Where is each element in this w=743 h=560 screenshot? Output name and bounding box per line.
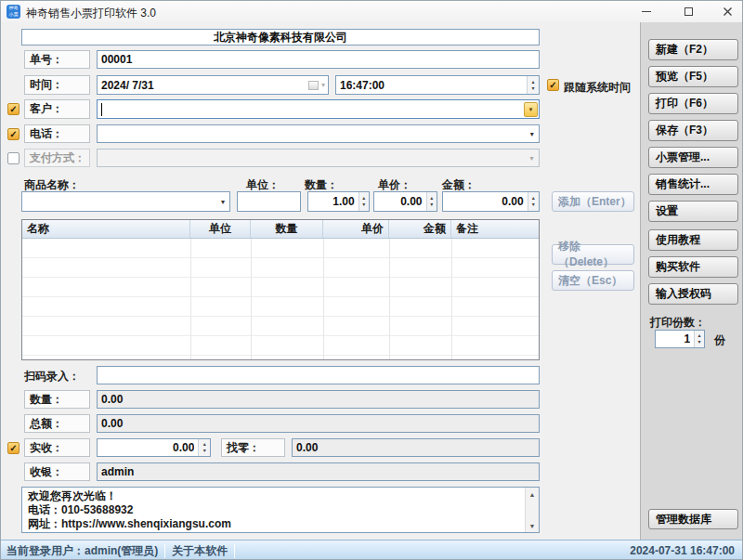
settings-button[interactable]: 设置 bbox=[648, 201, 738, 222]
product-amount-input[interactable] bbox=[443, 195, 528, 208]
welcome-message-box[interactable]: 欢迎您再次光临！ 电话：010-53688932 网址：https://www.… bbox=[21, 487, 540, 533]
product-qty-spinner[interactable]: ▴▾ bbox=[307, 191, 370, 212]
app-icon: 神奇 小票 bbox=[7, 5, 20, 19]
received-input[interactable] bbox=[98, 441, 198, 454]
total-amount-value bbox=[98, 417, 539, 430]
spin-up-icon: ▴ bbox=[531, 79, 534, 85]
amount-spin-buttons[interactable]: ▴▾ bbox=[528, 192, 539, 211]
grid-line bbox=[389, 239, 390, 359]
customer-label: 客户： bbox=[24, 99, 90, 119]
maximize-button[interactable] bbox=[676, 3, 700, 20]
minimize-icon bbox=[642, 11, 651, 12]
minimize-button[interactable] bbox=[634, 3, 658, 20]
scroll-down-icon[interactable]: ▼ bbox=[526, 519, 539, 532]
save-button[interactable]: 保存（F3） bbox=[648, 120, 738, 141]
status-bar: 当前登录用户：admin(管理员) 关于本软件 2024-07-31 16:47… bbox=[1, 540, 742, 560]
new-button[interactable]: 新建（F2） bbox=[648, 39, 738, 60]
grid-line bbox=[323, 239, 324, 359]
welcome-message-text: 欢迎您再次光临！ 电话：010-53688932 网址：https://www.… bbox=[22, 488, 525, 532]
customer-dropdown-button[interactable]: ▾ bbox=[524, 102, 538, 117]
change-label: 找零： bbox=[221, 438, 285, 457]
date-picker[interactable]: ▾ bbox=[97, 75, 329, 95]
product-name-dropdown-icon[interactable]: ▾ bbox=[216, 192, 229, 211]
product-price-input[interactable] bbox=[374, 195, 426, 208]
customer-combobox[interactable]: ▾ bbox=[97, 99, 540, 119]
print-button[interactable]: 打印（F6） bbox=[648, 93, 738, 114]
column-header-name[interactable]: 名称 bbox=[22, 220, 190, 238]
spin-up-icon: ▴ bbox=[532, 195, 535, 202]
spin-down-icon: ▾ bbox=[698, 339, 701, 345]
preview-button[interactable]: 预览（F5） bbox=[648, 66, 738, 87]
order-no-input[interactable] bbox=[98, 53, 539, 66]
product-name-combobox[interactable]: ▾ bbox=[21, 191, 230, 212]
product-unit-field[interactable] bbox=[237, 191, 301, 212]
column-header-qty[interactable]: 数量 bbox=[251, 220, 323, 238]
app-icon-text-top: 神奇 bbox=[7, 5, 20, 11]
scan-entry-input[interactable] bbox=[98, 369, 539, 382]
about-software-link[interactable]: 关于本软件 bbox=[172, 543, 228, 559]
spin-up-icon: ▴ bbox=[362, 195, 365, 202]
product-amount-spinner[interactable]: ▴▾ bbox=[442, 191, 540, 212]
phone-dropdown-icon[interactable]: ▾ bbox=[525, 125, 539, 142]
payment-combobox: ▾ bbox=[97, 149, 540, 167]
close-button[interactable] bbox=[715, 3, 739, 20]
copies-spin-buttons[interactable]: ▴▾ bbox=[694, 331, 704, 347]
price-spin-buttons[interactable]: ▴▾ bbox=[426, 192, 437, 211]
scroll-up-icon[interactable]: ▲ bbox=[526, 488, 539, 501]
time-input[interactable] bbox=[336, 79, 527, 92]
received-spin-buttons[interactable]: ▴▾ bbox=[198, 439, 210, 456]
print-copies-spinner[interactable]: ▴▾ bbox=[655, 330, 705, 348]
add-button[interactable]: 添加（Enter） bbox=[552, 191, 634, 212]
items-table: 名称 单位 数量 单价 金额 备注 bbox=[21, 219, 540, 360]
time-picker[interactable]: ▴▾ bbox=[335, 75, 540, 95]
grid-line bbox=[451, 239, 452, 359]
company-name-input[interactable] bbox=[22, 31, 539, 44]
cashier-label: 收银： bbox=[24, 462, 90, 481]
receipt-manage-button[interactable]: 小票管理... bbox=[648, 147, 738, 168]
column-header-remark[interactable]: 备注 bbox=[451, 220, 539, 238]
calendar-dropdown-button[interactable]: ▾ bbox=[308, 81, 328, 90]
welcome-scrollbar[interactable]: ▲ ▼ bbox=[525, 488, 539, 532]
phone-checkbox[interactable]: ✓ bbox=[7, 128, 20, 140]
remove-button[interactable]: 移除（Delete） bbox=[552, 244, 634, 265]
company-name-field[interactable] bbox=[21, 29, 540, 46]
follow-system-time-checkbox[interactable]: ✓ bbox=[547, 79, 559, 91]
phone-input[interactable] bbox=[98, 127, 525, 140]
calendar-icon bbox=[308, 81, 319, 90]
buy-software-button[interactable]: 购买软件 bbox=[648, 256, 738, 278]
order-no-field[interactable] bbox=[97, 50, 540, 69]
window-title: 神奇销售小票打印软件 3.0 bbox=[26, 6, 156, 21]
column-header-unit[interactable]: 单位 bbox=[190, 220, 251, 238]
logged-in-user: 当前登录用户：admin(管理员) bbox=[7, 543, 158, 559]
spin-down-icon: ▾ bbox=[532, 202, 535, 208]
phone-combobox[interactable]: ▾ bbox=[97, 124, 540, 143]
manage-database-button[interactable]: 管理数据库 bbox=[648, 509, 738, 529]
total-qty-field bbox=[97, 390, 540, 409]
items-table-body bbox=[22, 239, 539, 359]
payment-dropdown-icon: ▾ bbox=[525, 150, 539, 166]
column-header-amount[interactable]: 金额 bbox=[389, 220, 451, 238]
product-unit-input[interactable] bbox=[238, 195, 300, 208]
print-copies-label: 打印份数： bbox=[650, 315, 706, 331]
title-bar: 神奇 小票 神奇销售小票打印软件 3.0 bbox=[1, 1, 742, 22]
qty-spin-buttons[interactable]: ▴▾ bbox=[358, 192, 369, 211]
product-name-input[interactable] bbox=[22, 195, 216, 208]
tutorial-button[interactable]: 使用教程 bbox=[648, 229, 738, 251]
product-price-spinner[interactable]: ▴▾ bbox=[373, 191, 437, 212]
received-checkbox[interactable]: ✓ bbox=[7, 442, 20, 454]
customer-checkbox[interactable]: ✓ bbox=[7, 103, 20, 115]
phone-label: 电话： bbox=[24, 124, 90, 143]
sales-stats-button[interactable]: 销售统计... bbox=[648, 174, 738, 195]
date-input[interactable] bbox=[98, 79, 308, 92]
enter-license-button[interactable]: 输入授权码 bbox=[648, 283, 738, 305]
payment-checkbox[interactable] bbox=[7, 152, 20, 164]
print-copies-input[interactable] bbox=[656, 332, 694, 345]
clear-button[interactable]: 清空（Esc） bbox=[552, 270, 634, 291]
product-qty-input[interactable] bbox=[308, 195, 358, 208]
column-header-price[interactable]: 单价 bbox=[323, 220, 389, 238]
received-spinner[interactable]: ▴▾ bbox=[97, 438, 211, 457]
cashier-value bbox=[98, 465, 539, 478]
scan-entry-field[interactable] bbox=[97, 366, 540, 384]
change-value bbox=[293, 441, 539, 454]
time-spinner[interactable]: ▴▾ bbox=[527, 76, 539, 94]
